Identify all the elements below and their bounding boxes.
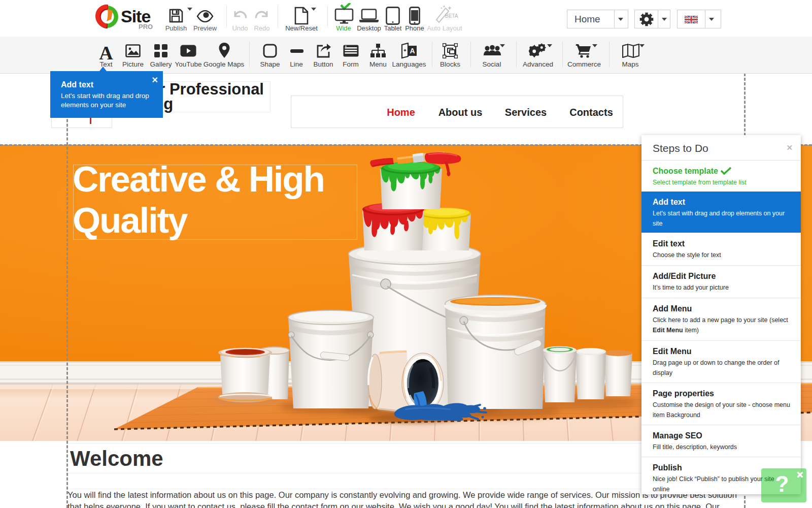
svg-text:A: A — [410, 47, 415, 55]
